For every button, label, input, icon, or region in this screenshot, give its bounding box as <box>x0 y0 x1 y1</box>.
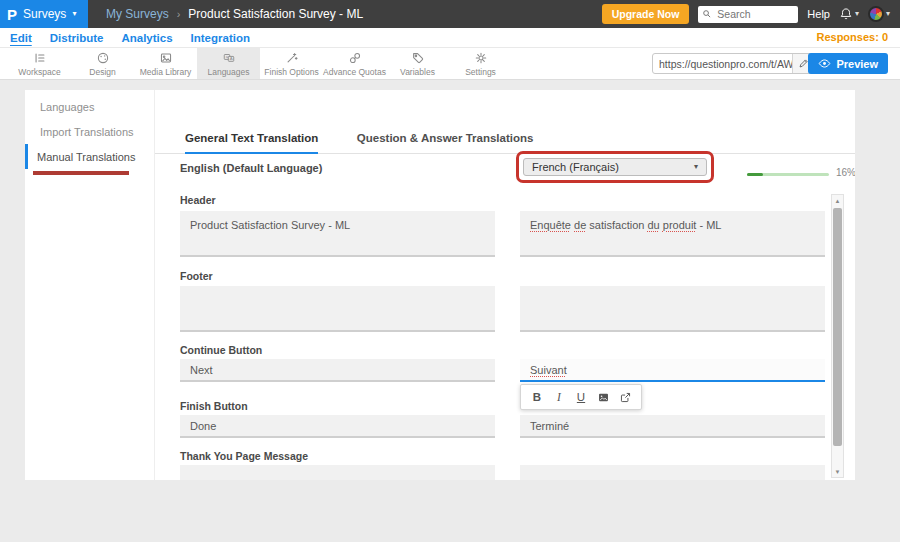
translation-progress-percent: 16% <box>836 167 855 178</box>
underline-button[interactable]: U <box>573 389 589 405</box>
tab-general-text-translation[interactable]: General Text Translation <box>185 132 318 154</box>
survey-url-box[interactable]: https://questionpro.com/t/AW22Zd1S1 <box>652 53 815 74</box>
languages-icon: aA <box>222 51 236 65</box>
field-label-finish-button: Finish Button <box>180 400 248 412</box>
footer-target-textarea[interactable] <box>520 286 825 332</box>
translation-progress-fill <box>747 173 763 176</box>
design-palette-icon <box>96 51 110 65</box>
header-source-textarea[interactable]: Product Satisfaction Survey - ML <box>180 211 495 257</box>
questionpro-logo-icon: P <box>7 7 17 22</box>
nav-tab-integration[interactable]: Integration <box>191 30 250 46</box>
toolbar-item-languages[interactable]: aA Languages <box>197 48 260 79</box>
nav-tab-edit[interactable]: Edit <box>10 30 32 46</box>
insert-image-button[interactable] <box>595 389 611 405</box>
insert-link-button[interactable] <box>617 389 633 405</box>
finish-target-input[interactable]: Terminé <box>520 415 825 438</box>
annotation-highlight-box: French (Français) ▾ <box>516 151 714 183</box>
responses-count[interactable]: Responses: 0 <box>816 31 888 43</box>
search-icon <box>702 9 712 19</box>
thank-you-target-textarea[interactable] <box>520 465 825 480</box>
upgrade-now-button[interactable]: Upgrade Now <box>602 4 690 24</box>
tag-icon <box>411 51 425 65</box>
italic-button[interactable]: I <box>551 389 567 405</box>
thank-you-source-textarea[interactable] <box>180 465 495 480</box>
footer-source-textarea[interactable] <box>180 286 495 332</box>
field-label-thank-you: Thank You Page Message <box>180 450 308 462</box>
chevron-down-icon: ▾ <box>886 10 890 18</box>
toolbar-item-design[interactable]: Design <box>71 48 134 79</box>
account-menu[interactable]: ▾ <box>868 6 890 22</box>
nav-tab-distribute[interactable]: Distribute <box>50 30 104 46</box>
scrollbar-thumb[interactable] <box>833 208 842 446</box>
gear-icon <box>474 51 488 65</box>
app-menu-surveys[interactable]: P Surveys ▾ <box>0 0 88 28</box>
source-language-label: English (Default Language) <box>180 162 322 174</box>
text-format-toolbar: B I U <box>520 384 642 410</box>
svg-text:A: A <box>229 56 232 61</box>
eye-icon <box>818 57 831 70</box>
help-link[interactable]: Help <box>807 8 830 20</box>
chevron-down-icon: ▾ <box>855 10 859 18</box>
page-title: Product Satisfaction Survey - ML <box>188 7 363 21</box>
media-library-icon <box>159 51 173 65</box>
toolbar-item-finish-options[interactable]: Finish Options <box>260 48 323 79</box>
workspace-icon <box>33 51 47 65</box>
avatar <box>868 6 884 22</box>
target-language-dropdown[interactable]: French (Français) ▾ <box>523 158 707 176</box>
target-language-value: French (Français) <box>532 161 619 173</box>
chevron-down-icon: ▾ <box>72 10 76 18</box>
field-label-footer: Footer <box>180 270 213 282</box>
chevron-down-icon: ▾ <box>694 163 698 171</box>
continue-target-input[interactable]: Suivant <box>520 359 825 382</box>
toolbar-item-media-library[interactable]: Media Library <box>134 48 197 79</box>
annotation-underline <box>33 171 129 175</box>
search-input[interactable] <box>715 7 789 21</box>
toolbar-item-settings[interactable]: Settings <box>449 48 512 79</box>
survey-nav: Edit Distribute Analytics Integration Re… <box>0 28 900 48</box>
edit-toolbar: Workspace Design Media Library aA Langua… <box>0 48 900 80</box>
bold-button[interactable]: B <box>529 389 545 405</box>
global-search[interactable] <box>698 6 798 23</box>
bell-icon <box>839 7 853 21</box>
header-target-textarea[interactable]: Enquête de satisfaction du produit - ML <box>520 211 825 257</box>
scroll-up-icon[interactable]: ▲ <box>832 195 843 206</box>
manual-translations-panel: General Text Translation Question & Answ… <box>155 90 855 480</box>
continue-source-input[interactable]: Next <box>180 359 495 382</box>
scroll-down-icon[interactable]: ▼ <box>832 466 843 477</box>
breadcrumb-separator-icon: › <box>177 8 181 20</box>
notifications-menu[interactable]: ▾ <box>839 7 859 21</box>
top-bar: P Surveys ▾ My Surveys › Product Satisfa… <box>0 0 900 28</box>
sidebar-item-import-translations[interactable]: Import Translations <box>25 119 154 144</box>
breadcrumb: My Surveys › Product Satisfaction Survey… <box>106 7 363 21</box>
field-label-header: Header <box>180 194 216 206</box>
survey-url[interactable]: https://questionpro.com/t/AW22Zd1S1 <box>653 58 792 70</box>
translations-sidebar: Languages Import Translations Manual Tra… <box>25 90 155 480</box>
tab-question-answer-translations[interactable]: Question & Answer Translations <box>357 132 534 152</box>
preview-button[interactable]: Preview <box>808 53 888 74</box>
toolbar-item-variables[interactable]: Variables <box>386 48 449 79</box>
field-label-continue-button: Continue Button <box>180 344 262 356</box>
preview-button-label: Preview <box>836 58 878 70</box>
app-menu-label: Surveys <box>23 7 66 21</box>
translation-progress-bar <box>747 173 829 176</box>
breadcrumb-my-surveys[interactable]: My Surveys <box>106 7 169 21</box>
translation-tabs: General Text Translation Question & Answ… <box>155 128 855 154</box>
sidebar-item-manual-translations[interactable]: Manual Translations <box>25 144 154 169</box>
fields-scrollbar[interactable]: ▲ ▼ <box>831 194 844 478</box>
toolbar-item-advance-quotas[interactable]: Advance Quotas <box>323 48 386 79</box>
sidebar-item-languages[interactable]: Languages <box>25 94 154 119</box>
chain-links-icon <box>348 51 362 65</box>
magic-wand-icon <box>285 51 299 65</box>
nav-tab-analytics[interactable]: Analytics <box>121 30 172 46</box>
finish-source-input[interactable]: Done <box>180 415 495 438</box>
toolbar-item-workspace[interactable]: Workspace <box>8 48 71 79</box>
